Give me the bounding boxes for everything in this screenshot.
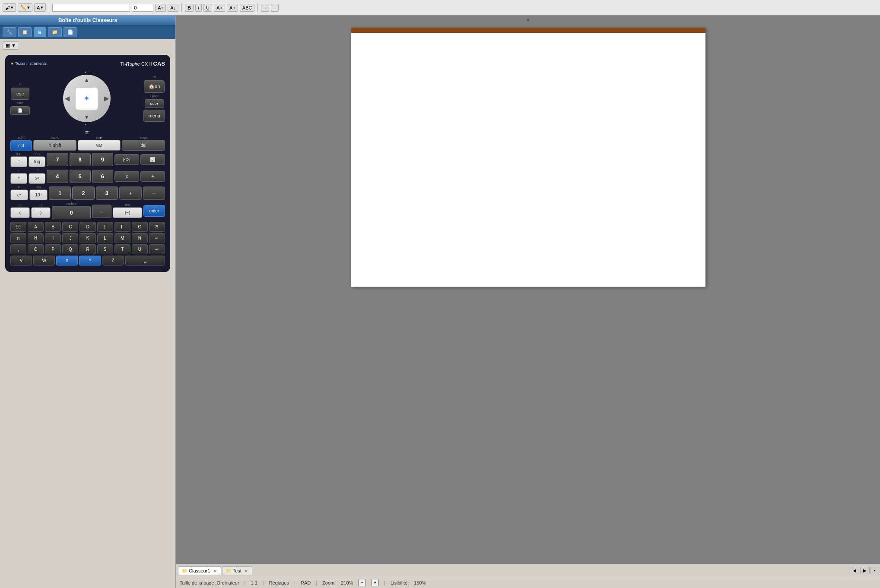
alpha-pp-btn[interactable]: P — [45, 244, 61, 254]
alpha-ret2-btn[interactable]: ↩ — [149, 244, 165, 254]
italic-btn[interactable]: I — [195, 4, 202, 12]
zoom-increase-btn[interactable]: + — [371, 579, 379, 586]
alpha-h-btn[interactable]: H — [28, 233, 44, 243]
num9-btn[interactable]: 9 — [92, 153, 113, 166]
alpha-u-btn[interactable]: U — [132, 244, 148, 254]
neg-btn[interactable]: (−) — [113, 207, 142, 218]
alpha-ret-right-btn[interactable]: ↵ — [149, 233, 165, 243]
alpha-pi-btn[interactable]: π — [10, 233, 26, 243]
alpha-o-btn[interactable]: O — [28, 244, 44, 254]
alpha-f-btn[interactable]: F — [114, 222, 130, 232]
strikethrough-btn[interactable]: ABC — [240, 4, 255, 12]
alpha-c-btn[interactable]: C — [62, 222, 78, 232]
alpha-d-btn[interactable]: D — [79, 222, 95, 232]
doc-btn[interactable]: doc▾ — [145, 99, 164, 108]
alpha-x-btn[interactable]: X — [56, 256, 78, 266]
alpha-i-btn[interactable]: I — [45, 233, 61, 243]
alpha-e-btn[interactable]: E — [97, 222, 113, 232]
bold-btn[interactable]: B — [185, 4, 194, 12]
test-close[interactable]: ✕ — [243, 569, 248, 573]
num8-btn[interactable]: 8 — [70, 153, 91, 166]
alpha-y-btn[interactable]: Y — [79, 256, 101, 266]
num4-btn[interactable]: 4 — [47, 170, 68, 183]
alpha-t-btn[interactable]: T — [114, 244, 130, 254]
font-size-decrease-btn[interactable]: A↓ — [168, 4, 178, 12]
align-left-btn[interactable]: ≡ — [261, 4, 269, 12]
tab-prev-btn[interactable]: ◀ — [850, 567, 859, 574]
paren-open-btn[interactable]: ( — [10, 207, 30, 218]
num0-btn[interactable]: 0 — [52, 206, 91, 219]
alpha-n-btn[interactable]: N — [132, 233, 148, 243]
nav-up-arrow[interactable]: ▲ — [84, 76, 90, 83]
panel-tab-folder[interactable]: 📁 — [48, 27, 62, 37]
alpha-qi-btn[interactable]: ?!: — [149, 222, 165, 232]
subscript-btn[interactable]: Ax — [227, 4, 238, 12]
alpha-k-btn[interactable]: K — [79, 233, 95, 243]
panel-tab-tools[interactable]: 🔧 — [3, 27, 16, 37]
font-family-input[interactable] — [52, 4, 130, 12]
plus-btn[interactable]: + — [119, 187, 141, 200]
ex-btn[interactable]: eˣ — [10, 190, 28, 200]
nav-left-arrow[interactable]: ◀ — [65, 95, 70, 102]
minus-btn[interactable]: − — [143, 187, 165, 200]
trig-btn[interactable]: trig — [29, 156, 45, 167]
menu-btn[interactable]: menu — [143, 110, 165, 122]
save-btn[interactable]: 📄 — [10, 106, 30, 115]
num7-btn[interactable]: 7 — [47, 153, 68, 166]
ctrl-btn[interactable]: ctrl — [10, 140, 32, 151]
classeur1-close[interactable]: ✕ — [212, 569, 217, 573]
panel-tab-docs[interactable]: 📋 — [18, 27, 32, 37]
num1-btn[interactable]: 1 — [49, 187, 71, 200]
alpha-comma-btn[interactable]: , — [10, 244, 26, 254]
alpha-l-btn[interactable]: L — [97, 233, 113, 243]
special1-btn[interactable]: |<>| — [114, 154, 139, 165]
font-size-input[interactable] — [132, 4, 153, 12]
equals-btn[interactable]: = — [10, 156, 27, 167]
alpha-ee-btn[interactable]: EE — [10, 222, 26, 232]
del-btn[interactable]: del — [122, 140, 165, 151]
divide-btn[interactable]: ÷ — [140, 171, 165, 182]
alpha-r-btn[interactable]: R — [79, 244, 95, 254]
nav-down-arrow[interactable]: ▼ — [84, 114, 90, 120]
text-color-btn[interactable]: A ▾ — [34, 3, 46, 12]
panel-tab-file[interactable]: 📄 — [64, 27, 77, 37]
view-toggle-btn[interactable]: ▦ ▼ — [3, 41, 19, 50]
font-size-increase-btn[interactable]: A↑ — [155, 4, 166, 12]
alpha-g-btn[interactable]: G — [132, 222, 148, 232]
nav-pad[interactable]: ▲ ▼ ◀ ▶ ✦ — [63, 75, 111, 122]
nav-center-btn[interactable]: ✦ — [75, 87, 98, 111]
num3-btn[interactable]: 3 — [96, 187, 118, 200]
panel-tab-calc[interactable]: 🖩 — [34, 27, 46, 37]
caret-btn[interactable]: ^ — [10, 173, 27, 184]
paren-close-btn[interactable]: ) — [31, 207, 51, 218]
esc-btn[interactable]: esc — [11, 88, 29, 100]
alpha-s-btn[interactable]: S — [97, 244, 113, 254]
alpha-space-btn[interactable]: ␣ — [125, 256, 165, 266]
on-btn[interactable]: 🏠on — [144, 80, 165, 93]
alpha-a-btn[interactable]: A — [28, 222, 44, 232]
x2-btn[interactable]: x² — [29, 173, 45, 184]
multiply-btn[interactable]: x — [114, 171, 139, 182]
settings-status[interactable]: Réglages — [269, 580, 289, 585]
alpha-j-btn[interactable]: J — [62, 233, 78, 243]
tab-test[interactable]: 📁 Test ✕ — [222, 566, 252, 575]
enter-btn[interactable]: enter — [143, 205, 165, 217]
alpha-m-btn[interactable]: M — [114, 233, 130, 243]
num6-btn[interactable]: 6 — [92, 170, 113, 183]
log10-btn[interactable]: 10ˣ — [29, 190, 47, 200]
num2-btn[interactable]: 2 — [72, 187, 94, 200]
alpha-b-btn[interactable]: B — [45, 222, 61, 232]
tab-menu-btn[interactable]: ▪ — [870, 567, 878, 574]
tab-classeur1[interactable]: 📁 Classeur1 ✕ — [178, 566, 221, 575]
alpha-v-btn[interactable]: V — [10, 256, 32, 266]
superscript-btn[interactable]: Ax — [214, 4, 225, 12]
tab-next-btn[interactable]: ▶ — [860, 567, 870, 574]
page-content[interactable] — [351, 33, 705, 283]
alpha-z-btn[interactable]: Z — [102, 256, 124, 266]
special2-btn[interactable]: 📊 — [140, 154, 165, 165]
scroll-up-arrow[interactable]: ▲ — [176, 16, 880, 23]
align-right-btn[interactable]: ≡ — [271, 4, 279, 12]
decimal-btn[interactable]: . — [92, 205, 111, 218]
nav-right-arrow[interactable]: ▶ — [104, 95, 109, 102]
shift-btn[interactable]: ⇧ shift — [33, 140, 76, 151]
